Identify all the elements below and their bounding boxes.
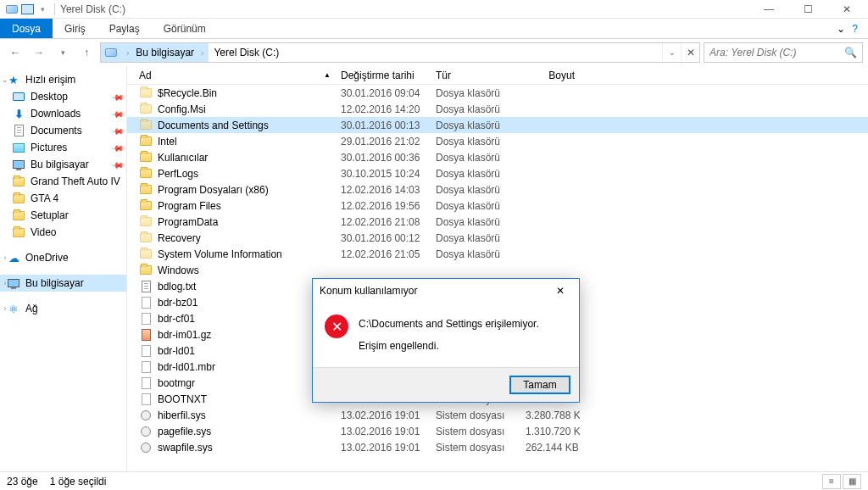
tab-view[interactable]: Görünüm: [152, 19, 218, 38]
table-row[interactable]: ProgramData12.02.2016 21:08Dosya klasörü: [127, 214, 868, 230]
tab-file[interactable]: Dosya: [0, 19, 53, 38]
table-row[interactable]: Intel29.01.2016 21:02Dosya klasörü: [127, 133, 868, 149]
nav-onedrive[interactable]: › ☁ OneDrive: [0, 249, 126, 266]
nav-label: OneDrive: [25, 252, 69, 264]
view-icons-button[interactable]: ▦: [843, 474, 861, 489]
nav-quick-access[interactable]: ⌄ ★ Hızlı erişim: [0, 71, 126, 88]
cell-name: BOOTNXT: [134, 393, 336, 406]
table-row[interactable]: Windows: [127, 262, 868, 278]
forward-button[interactable]: →: [29, 42, 49, 63]
tab-share[interactable]: Paylaş: [97, 19, 152, 38]
cell-name: bdr-cf01: [134, 312, 336, 326]
sidebar-item[interactable]: Pictures📌: [0, 139, 126, 156]
search-icon: 🔍: [844, 47, 857, 58]
ribbon-collapse[interactable]: ⌄?: [826, 19, 868, 38]
address-bar[interactable]: ›Bu bilgisayar› Yerel Disk (C:) ⌄ ✕: [100, 42, 700, 63]
cell-name: System Volume Information: [134, 248, 336, 261]
column-type[interactable]: Tür: [431, 66, 520, 84]
table-row[interactable]: hiberfil.sys13.02.2016 19:01Sistem dosya…: [127, 407, 868, 423]
nav-label: GTA 4: [31, 192, 58, 204]
breadcrumb-this-pc[interactable]: ›Bu bilgisayar›: [121, 43, 209, 62]
minimize-button[interactable]: —: [749, 0, 788, 19]
view-details-button[interactable]: ≡: [822, 474, 841, 489]
cell-type: Dosya klasörü: [431, 184, 520, 196]
nav-label: Pictures: [31, 142, 67, 153]
table-row[interactable]: System Volume Information12.02.2016 21:0…: [127, 246, 868, 262]
table-row[interactable]: $Recycle.Bin30.01.2016 09:04Dosya klasör…: [127, 85, 868, 101]
sidebar-item[interactable]: GTA 4: [0, 190, 126, 207]
nav-label: Ağ: [25, 303, 38, 315]
table-row[interactable]: swapfile.sys13.02.2016 19:01Sistem dosya…: [127, 439, 868, 455]
sidebar-item[interactable]: ⬇Downloads📌: [0, 105, 126, 122]
table-row[interactable]: pagefile.sys13.02.2016 19:01Sistem dosya…: [127, 423, 868, 439]
cell-date: 13.02.2016 19:01: [336, 409, 431, 421]
sidebar-item[interactable]: Bu bilgisayar📌: [0, 156, 126, 173]
up-button[interactable]: ↑: [76, 42, 97, 63]
cell-name: bdr-im01.gz: [134, 328, 336, 342]
file-name: Recovery: [158, 232, 201, 244]
expand-icon[interactable]: ›: [0, 304, 10, 313]
pc-icon: [20, 3, 34, 16]
breadcrumb-location[interactable]: Yerel Disk (C:): [209, 43, 284, 62]
nav-bar: ← → ▾ ↑ ›Bu bilgisayar› Yerel Disk (C:) …: [0, 39, 868, 66]
help-icon[interactable]: ?: [852, 23, 858, 35]
sort-asc-icon: ▲: [324, 71, 331, 79]
back-button[interactable]: ←: [5, 42, 25, 63]
recent-locations-button[interactable]: ▾: [53, 42, 73, 63]
status-selected-count: 1 öğe seçildi: [50, 476, 107, 487]
table-row[interactable]: Program Dosyaları (x86)12.02.2016 14:03D…: [127, 181, 868, 198]
search-box[interactable]: 🔍: [704, 42, 863, 63]
column-name[interactable]: Ad▲: [134, 66, 336, 84]
qat-dropdown-icon[interactable]: ▾: [36, 3, 49, 16]
cell-name: pagefile.sys: [134, 425, 336, 438]
cell-name: bdlog.txt: [134, 280, 336, 293]
cell-type: Dosya klasörü: [431, 152, 520, 164]
window-controls: — ☐ ✕: [749, 0, 866, 19]
sidebar-item[interactable]: Desktop📌: [0, 88, 126, 105]
sidebar-item[interactable]: Documents📌: [0, 122, 126, 139]
search-input[interactable]: [709, 47, 844, 58]
cell-name: bootmgr: [134, 376, 336, 390]
table-row[interactable]: PerfLogs30.10.2015 10:24Dosya klasörü: [127, 165, 868, 181]
nav-network[interactable]: › ⚛ Ağ: [0, 300, 126, 317]
table-row[interactable]: Documents and Settings30.01.2016 00:13Do…: [127, 117, 868, 133]
expand-icon[interactable]: ⌄: [0, 75, 10, 84]
sidebar-item[interactable]: Grand Theft Auto IV: [0, 173, 126, 190]
maximize-button[interactable]: ☐: [788, 0, 827, 19]
table-row[interactable]: Config.Msi12.02.2016 14:20Dosya klasörü: [127, 101, 868, 117]
file-name: Kullanıcılar: [158, 152, 208, 164]
cell-name: bdr-ld01.mbr: [134, 360, 336, 374]
sidebar-item[interactable]: Video: [0, 224, 126, 241]
cell-size: 1.310.720 KB: [520, 426, 580, 437]
cell-name: Program Files: [134, 199, 336, 213]
pc-icon: [7, 276, 20, 290]
cell-name: ProgramData: [134, 215, 336, 229]
cell-name: $Recycle.Bin: [134, 86, 336, 100]
dialog-ok-button[interactable]: Tamam: [509, 376, 570, 394]
cell-name: hiberfil.sys: [134, 409, 336, 422]
close-button[interactable]: ✕: [827, 0, 866, 19]
sidebar-item[interactable]: Setuplar: [0, 207, 126, 224]
dialog-close-button[interactable]: ✕: [548, 282, 572, 299]
nav-this-pc[interactable]: › Bu bilgisayar: [0, 275, 126, 292]
file-name: Program Files: [158, 200, 221, 212]
cell-type: Dosya klasörü: [431, 248, 520, 260]
cell-type: Dosya klasörü: [431, 168, 520, 180]
cell-name: bdr-ld01: [134, 344, 336, 358]
table-row[interactable]: Program Files12.02.2016 19:56Dosya klasö…: [127, 198, 868, 214]
address-dropdown-button[interactable]: ⌄: [662, 43, 681, 62]
column-date[interactable]: Değiştirme tarihi: [336, 66, 431, 84]
location-icon[interactable]: [101, 43, 121, 62]
file-name: pagefile.sys: [158, 426, 211, 437]
nav-label: Bu bilgisayar: [25, 277, 84, 289]
table-row[interactable]: Recovery30.01.2016 00:12Dosya klasörü: [127, 230, 868, 246]
refresh-button[interactable]: ✕: [681, 43, 699, 62]
column-size[interactable]: Boyut: [520, 66, 580, 84]
file-name: Program Dosyaları (x86): [158, 184, 269, 196]
table-row[interactable]: Kullanıcılar30.01.2016 00:36Dosya klasör…: [127, 149, 868, 165]
expand-icon[interactable]: ›: [0, 253, 10, 262]
tab-home[interactable]: Giriş: [53, 19, 97, 38]
file-name: PerfLogs: [158, 168, 198, 180]
nav-label: Video: [31, 226, 56, 238]
cell-date: 30.01.2016 00:12: [336, 232, 431, 244]
